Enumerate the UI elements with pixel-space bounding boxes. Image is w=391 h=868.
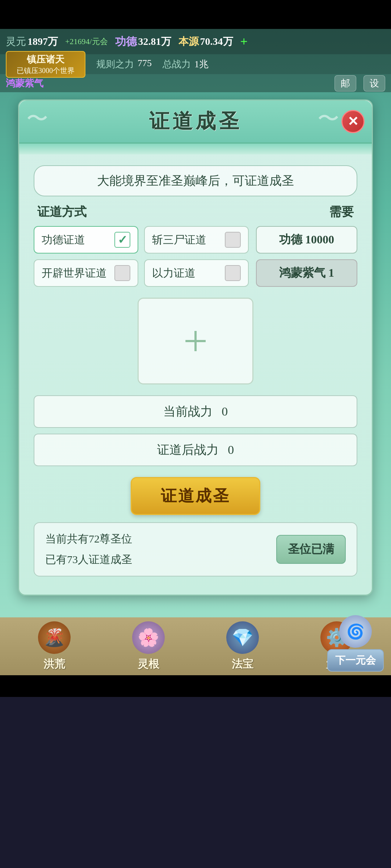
method-header-label: 证道方式: [37, 204, 87, 220]
need-header-label: 需要: [329, 204, 354, 220]
suppress-title: 镇压诸天: [11, 53, 80, 66]
rules-label: 规则之力: [96, 58, 134, 71]
method-merit-checkbox[interactable]: [114, 232, 130, 248]
income-value: +21694/元会: [65, 36, 108, 47]
nav-lingen[interactable]: 🌸 灵根: [132, 621, 165, 672]
source-plus-button[interactable]: +: [240, 34, 248, 49]
confirm-button[interactable]: 证道成圣: [131, 477, 260, 515]
description-text: 大能境界至准圣巅峰后，可证道成圣: [49, 173, 342, 189]
method-option-power[interactable]: 以力证道: [144, 259, 249, 287]
requirement-qi: 鸿蒙紫气 1: [256, 259, 357, 287]
req-merit-text: 功德 10000: [279, 233, 334, 246]
lingen-icon: 🌸: [132, 621, 165, 654]
rules-value: 775: [138, 58, 152, 71]
requirement-merit: 功德 10000: [256, 226, 357, 254]
req-qi-text: 鸿蒙紫气 1: [279, 266, 334, 279]
source-display: 本源 70.34万: [178, 35, 233, 48]
nav-honghuang[interactable]: 🌋 洪荒: [38, 621, 71, 672]
method-power-checkbox[interactable]: [225, 265, 241, 281]
source-value: 70.34万: [200, 35, 233, 48]
swirl-right-deco: 〜: [318, 104, 339, 133]
after-power-box: 证道后战力 0: [34, 434, 357, 466]
nav-lingen-label: 灵根: [138, 657, 159, 672]
method-world-label: 开辟世界证道: [42, 266, 107, 281]
ling-yuan-label: 灵元: [6, 35, 26, 48]
settings-button[interactable]: 设: [363, 75, 385, 92]
swirl-left-deco: 〜: [26, 104, 48, 133]
purple-qi-label: 鸿蒙紫气: [6, 77, 43, 90]
info-section: 当前共有72尊圣位 已有73人证道成圣 圣位已满: [34, 522, 357, 576]
modal-overlay: 〜 证道成圣 〜 大能境界至准圣巅峰后，可证道成圣 证道方式 需要: [0, 92, 391, 603]
nav-fazao-label: 法宝: [232, 657, 253, 672]
next-session-icon: 🌀: [339, 615, 372, 648]
info-done-text: 已有73人证道成圣: [45, 552, 132, 567]
suppress-sub: 已镇压3000个世界: [11, 66, 80, 76]
method-world-checkbox[interactable]: [114, 265, 130, 281]
game-background: 灵元 1897万 +21694/元会 功德 32.81万 本源 70.34万 +…: [0, 29, 391, 617]
next-session-button[interactable]: 下一元会: [327, 649, 384, 672]
method-slash-label: 斩三尸证道: [152, 233, 206, 247]
total-value: 1兆: [194, 58, 209, 71]
methods-section: 证道方式 需要 功德证道 斩三尸证道: [34, 204, 357, 287]
current-power-text: 当前战力 0: [163, 405, 228, 418]
rules-display: 规则之力 775: [96, 58, 152, 71]
merit-value: 32.81万: [138, 35, 171, 48]
plus-area: +: [34, 298, 357, 384]
after-power-text: 证道后战力 0: [157, 443, 234, 456]
confirm-area: 证道成圣: [34, 477, 357, 515]
method-power-label: 以力证道: [152, 266, 196, 281]
ling-yuan-display: 灵元 1897万: [6, 35, 58, 48]
method-option-merit[interactable]: 功德证道: [34, 226, 138, 254]
method-slash-checkbox[interactable]: [225, 232, 241, 248]
total-label: 总战力: [163, 58, 191, 71]
info-left: 当前共有72尊圣位 已有73人证道成圣: [45, 532, 132, 567]
method-option-world[interactable]: 开辟世界证道: [34, 259, 138, 287]
bottom-status-bar: [0, 675, 391, 697]
wave-decoration: [19, 144, 372, 154]
merit-display: 功德 32.81万: [115, 34, 171, 49]
source-label: 本源: [178, 35, 199, 48]
merit-label: 功德: [115, 34, 137, 49]
mail-button[interactable]: 邮: [335, 75, 356, 92]
nav-fazao[interactable]: 💎 法宝: [226, 621, 259, 672]
description-box: 大能境界至准圣巅峰后，可证道成圣: [34, 165, 357, 196]
total-power-display: 总战力 1兆: [163, 58, 209, 71]
close-button[interactable]: [341, 110, 365, 133]
plus-icon: +: [183, 319, 208, 363]
method-option-slash[interactable]: 斩三尸证道: [144, 226, 249, 254]
fazao-icon: 💎: [226, 621, 259, 654]
full-button[interactable]: 圣位已满: [276, 535, 346, 564]
suppress-display: 镇压诸天 已镇压3000个世界: [6, 51, 85, 78]
top-status-bar: [0, 0, 391, 29]
method-merit-label: 功德证道: [42, 233, 85, 247]
modal-title: 证道成圣: [41, 108, 350, 135]
bottom-navigation: 🌋 洪荒 🌸 灵根 💎 法宝 ⚙️ 大阵 🌀 下一元会: [0, 617, 391, 675]
hud-row-2: 镇压诸天 已镇压3000个世界 规则之力 775 总战力 1兆: [0, 54, 391, 74]
income-display: +21694/元会: [65, 36, 108, 47]
nav-honghuang-label: 洪荒: [43, 657, 65, 672]
add-item-button[interactable]: +: [138, 298, 253, 384]
hud-row-1: 灵元 1897万 +21694/元会 功德 32.81万 本源 70.34万 +: [0, 29, 391, 54]
modal-header: 〜 证道成圣 〜: [19, 101, 372, 144]
info-total-text: 当前共有72尊圣位: [45, 532, 132, 546]
zhengdao-modal: 〜 证道成圣 〜 大能境界至准圣巅峰后，可证道成圣 证道方式 需要: [18, 99, 373, 596]
honghuang-icon: 🌋: [38, 621, 71, 654]
current-power-box: 当前战力 0: [34, 395, 357, 428]
methods-header: 证道方式 需要: [34, 204, 357, 220]
ling-yuan-value: 1897万: [28, 35, 58, 48]
